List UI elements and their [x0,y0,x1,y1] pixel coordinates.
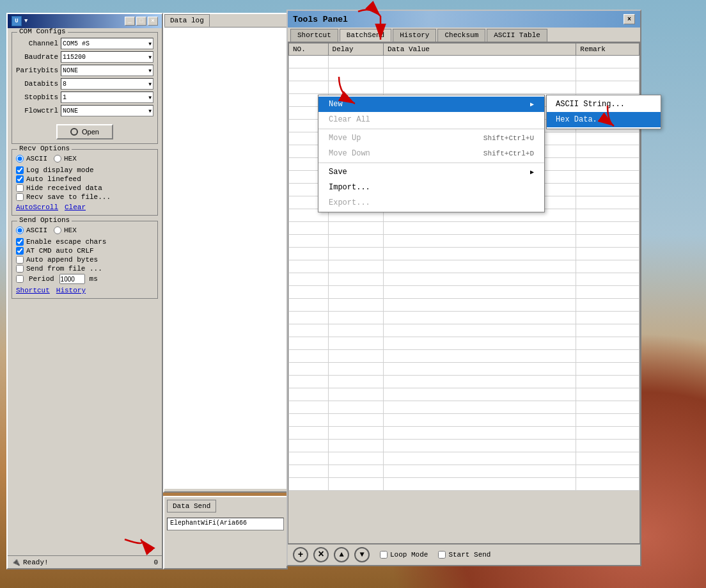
new-arrow-icon: ▶ [530,100,534,108]
history-link[interactable]: History [56,287,86,294]
flowctrl-select[interactable]: NONE ▼ [61,105,153,116]
recv-save-check[interactable] [16,193,24,201]
loop-mode-check[interactable] [380,551,388,559]
auto-append-option[interactable]: Auto append bytes [16,256,153,264]
clear-link[interactable]: Clear [65,203,86,211]
log-display-mode-check[interactable] [16,166,24,174]
flowctrl-label: Flowctrl [16,107,61,115]
databits-select[interactable]: 8 ▼ [61,78,153,90]
tools-title-bar: Tools Panel × [288,11,640,28]
recv-options-label: Recv Options [17,145,72,152]
paritybits-select[interactable]: NONE ▼ [61,65,153,76]
tools-close-button[interactable]: × [624,14,635,24]
delete-row-button[interactable]: × [313,547,329,562]
enable-escape-option[interactable]: Enable escape chars [16,238,153,246]
channel-row: Channel COM5 #S ▼ [16,38,153,49]
table-row [289,478,639,491]
submenu-hex-data[interactable]: Hex Data... [547,112,661,127]
channel-select[interactable]: COM5 #S ▼ [61,38,153,49]
send-ascii-radio[interactable] [16,226,24,234]
submenu-ascii-string[interactable]: ASCII String... [547,97,661,112]
at-cmd-crlf-option[interactable]: AT CMD auto CRLF [16,247,153,255]
enable-escape-check[interactable] [16,238,24,246]
tab-checksum[interactable]: Checksum [437,29,485,42]
at-cmd-crlf-check[interactable] [16,247,24,255]
send-hex-radio[interactable] [54,226,61,234]
data-send-input[interactable]: ElephantWiFi(Aria666 [167,518,284,530]
open-circle-icon [70,128,78,136]
tab-batchsend[interactable]: BatchSend [340,29,391,42]
title-buttons: _ □ × [125,17,158,26]
table-row [289,388,639,401]
hide-received-check[interactable] [16,184,24,192]
stopbits-arrow: ▼ [148,95,152,100]
add-row-button[interactable]: + [293,547,308,562]
table-row [289,235,639,248]
main-title-bar: U ▼ _ □ × [8,14,162,28]
status-icon: 🔌 [12,558,20,566]
paritybits-row: Paritybits NONE ▼ [16,65,153,76]
loop-mode-option[interactable]: Loop Mode [380,551,428,559]
table-row [289,222,639,235]
data-send-tab[interactable]: Data Send [167,500,216,513]
move-up-shortcut: Shift+Ctrl+U [483,134,534,142]
channel-arrow: ▼ [148,41,152,47]
table-row [289,286,639,299]
shortcut-link[interactable]: Shortcut [16,287,50,294]
data-log-tab[interactable]: Data log [164,14,210,27]
tab-shortcut[interactable]: Shortcut [290,29,338,42]
title-dropdown-btn[interactable]: ▼ [24,18,27,24]
stopbits-select[interactable]: 1 ▼ [61,91,153,103]
open-button[interactable]: Open [56,124,113,139]
databits-row: Databits 8 ▼ [16,78,153,90]
table-row [289,337,639,350]
recv-ascii-radio[interactable] [16,155,24,163]
auto-linefeed-option[interactable]: Auto linefeed [16,175,153,183]
tab-history[interactable]: History [393,29,436,42]
table-row [289,324,639,337]
start-send-check[interactable] [438,551,446,559]
move-down-button[interactable]: ▼ [354,547,370,562]
recv-hex-radio[interactable] [54,155,61,163]
data-log-panel: Data log [163,13,288,493]
menu-clear-all[interactable]: Clear All [318,112,544,127]
maximize-btn[interactable]: □ [136,17,146,26]
hide-received-option[interactable]: Hide received data [16,184,153,192]
send-hex-option[interactable]: HEX [54,226,77,234]
recv-hex-option[interactable]: HEX [54,155,77,163]
menu-import[interactable]: Import... [318,180,544,195]
menu-move-up: Move Up Shift+Ctrl+U [318,131,544,146]
auto-append-check[interactable] [16,256,24,264]
period-input[interactable] [59,274,85,284]
menu-save[interactable]: Save ▶ [318,164,544,180]
menu-export[interactable]: Export... [318,195,544,211]
baudrate-row: Baudrate 115200 ▼ [16,51,153,63]
col-remark: Remark [576,44,639,56]
send-from-file-option[interactable]: Send from file ... [16,265,153,273]
autoscroll-link[interactable]: AutoScroll [16,203,58,211]
com-configs-label: COM Configs [17,28,68,35]
start-send-option[interactable]: Start Send [438,551,490,559]
tools-tab-bar: Shortcut BatchSend History Checksum ASCI… [288,28,640,42]
period-check[interactable] [16,275,24,283]
table-row [289,248,639,260]
save-arrow-icon: ▶ [530,168,534,176]
baudrate-select[interactable]: 115200 ▼ [61,51,153,63]
databits-label: Databits [16,80,61,88]
recv-links: AutoScroll Clear [16,203,153,211]
auto-linefeed-check[interactable] [16,175,24,183]
log-display-mode-option[interactable]: Log display mode [16,166,153,174]
table-row [289,376,639,388]
menu-move-down: Move Down Shift+Ctrl+D [318,146,544,161]
tab-ascii-table[interactable]: ASCII Table [487,29,547,42]
move-up-button[interactable]: ▲ [334,547,349,562]
close-btn[interactable]: × [148,17,158,26]
menu-new[interactable]: New ▶ [318,97,544,112]
send-from-file-check[interactable] [16,265,24,273]
recv-save-option[interactable]: Recv save to file... [16,193,153,201]
databits-arrow: ▼ [148,81,152,87]
col-data-value: Data Value [383,44,576,56]
send-ascii-option[interactable]: ASCII [16,226,47,234]
recv-ascii-option[interactable]: ASCII [16,155,47,163]
minimize-btn[interactable]: _ [125,17,135,26]
